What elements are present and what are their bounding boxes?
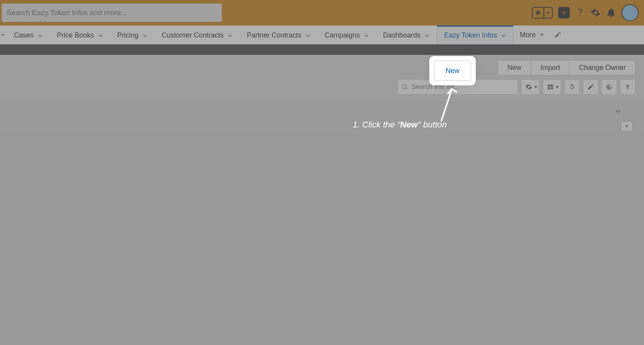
caret-down-icon (546, 11, 550, 15)
chevron-down-icon (0, 32, 5, 37)
nav-label: Campaigns (325, 31, 360, 39)
favorites-combo (532, 7, 553, 19)
row-actions-button[interactable] (621, 121, 632, 131)
global-search-input[interactable] (2, 3, 222, 22)
list-search-input[interactable] (412, 83, 514, 91)
pencil-icon (554, 31, 561, 38)
inline-edit-button[interactable] (583, 79, 598, 95)
refresh-button[interactable] (564, 79, 580, 95)
favorites-menu-button[interactable] (544, 8, 552, 18)
notifications-button[interactable] (606, 8, 616, 18)
chevron-down-icon (38, 33, 43, 38)
chevron-down-icon (227, 33, 233, 38)
pencil-icon (587, 83, 594, 90)
chevron-down-icon (305, 33, 311, 38)
nav-label: Partner Contracts (247, 31, 301, 39)
table-icon (547, 83, 554, 90)
new-button-label: New (446, 67, 460, 75)
global-header-actions (532, 4, 644, 21)
nav-overflow-left[interactable] (0, 25, 7, 44)
chevron-down-icon (424, 33, 430, 38)
nav-more[interactable]: More (514, 25, 550, 44)
annotation-suffix: " button (418, 120, 447, 129)
import-button[interactable]: Import (531, 60, 570, 75)
change-owner-button[interactable]: Change Owner (570, 60, 635, 75)
list-action-buttons: New Import Change Owner (498, 60, 635, 75)
nav-label: Customer Contracts (162, 31, 224, 39)
caret-down-icon (534, 85, 538, 89)
question-icon (575, 8, 585, 18)
annotation-bold: New (400, 120, 418, 129)
nav-item-dashboards[interactable]: Dashboards (376, 25, 437, 44)
global-add-button[interactable] (558, 7, 570, 19)
nav-item-partner-contracts[interactable]: Partner Contracts (240, 25, 318, 44)
chart-button[interactable] (601, 79, 617, 95)
setup-button[interactable] (591, 8, 601, 18)
column-sort-toggle[interactable] (615, 107, 622, 114)
annotation-caption: 1. Click the "New" button (353, 120, 447, 130)
caret-down-icon (555, 85, 559, 89)
nav-item-cases[interactable]: Cases (7, 25, 50, 44)
star-icon (535, 9, 542, 16)
list-tool-row (397, 79, 635, 95)
gear-icon (591, 8, 601, 18)
list-body (0, 102, 644, 345)
divider (0, 118, 644, 119)
caret-down-icon (540, 32, 544, 37)
nav-label: Eazy Token Infos (444, 31, 497, 39)
new-button[interactable]: New (498, 60, 531, 75)
caret-down-icon (625, 124, 629, 128)
divider (0, 134, 644, 134)
nav-more-label: More (520, 31, 536, 39)
chevron-down-icon (615, 107, 622, 114)
nav-item-eazy-token-infos[interactable]: Eazy Token Infos (437, 25, 514, 44)
object-nav: Cases Price Books Pricing Customer Contr… (0, 25, 644, 44)
chevron-down-icon (501, 33, 506, 38)
edit-nav-button[interactable] (550, 25, 565, 44)
nav-label: Pricing (117, 31, 138, 39)
nav-item-customer-contracts[interactable]: Customer Contracts (155, 25, 240, 44)
nav-item-price-books[interactable]: Price Books (50, 25, 110, 44)
list-view-controls-button[interactable] (521, 79, 540, 95)
annotation-prefix: 1. Click the " (353, 120, 400, 129)
help-button[interactable] (575, 8, 585, 18)
arrow-icon (436, 84, 463, 123)
filter-button[interactable] (620, 79, 635, 95)
gear-icon (525, 83, 532, 90)
nav-item-pricing[interactable]: Pricing (110, 25, 155, 44)
chevron-down-icon (364, 33, 369, 38)
divider (0, 102, 644, 102)
chevron-down-icon (98, 33, 103, 38)
list-toolbar: New Import Change Owner (397, 60, 635, 95)
chevron-down-icon (142, 33, 148, 38)
nav-label: Cases (14, 31, 34, 39)
new-button-highlight[interactable]: New (434, 61, 471, 81)
refresh-icon (569, 83, 576, 90)
nav-item-campaigns[interactable]: Campaigns (318, 25, 376, 44)
global-header (0, 0, 644, 25)
context-bar (0, 44, 644, 55)
user-avatar[interactable] (622, 4, 639, 21)
nav-label: Dashboards (383, 31, 420, 39)
list-view: New Import Change Owner (0, 55, 644, 345)
search-icon (401, 83, 408, 90)
favorites-button[interactable] (533, 8, 544, 18)
nav-label: Price Books (57, 31, 94, 39)
annotation-arrow (436, 84, 463, 123)
filter-icon (624, 83, 631, 90)
plus-icon (560, 9, 567, 16)
bell-icon (606, 8, 616, 18)
pie-chart-icon (606, 83, 613, 90)
display-as-button[interactable] (543, 79, 561, 95)
